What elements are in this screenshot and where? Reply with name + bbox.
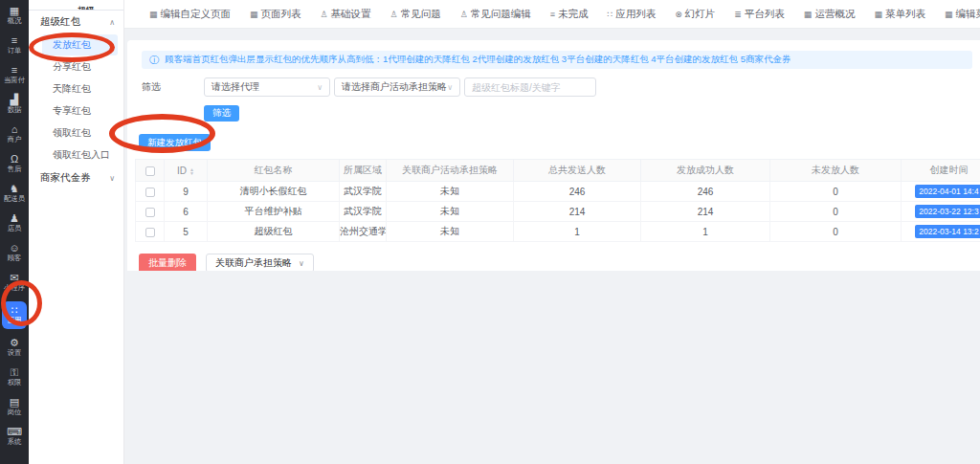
batch-delete-button[interactable]: 批量删除 [139,254,196,271]
col-header-unsent: 未发放人数 [770,160,902,182]
headset-icon: Ω [11,153,18,165]
agent-select[interactable]: 请选择代理 ∨ [204,77,330,97]
chevron-down-icon: ∨ [109,174,115,183]
table-row: 6 平台维护补贴 武汉学院 未知 214 214 0 2022-03-22 12… [136,202,980,222]
order-list-icon: ≡ [11,34,17,46]
row-checkbox[interactable] [145,228,155,237]
table-row: 9 清明小长假红包 武汉学院 未知 246 246 0 2022-04-01 1… [136,182,980,202]
tab-faq-edit[interactable]: ♙常见问题编辑 [451,0,541,29]
chevron-up-icon: ∧ [109,18,115,27]
sidebar-item-courier[interactable]: ♞配送员 [0,183,29,204]
tab-faq[interactable]: ♙常见问题 [381,0,451,29]
row-checkbox[interactable] [145,208,155,217]
table-row: 5 超级红包 沧州交通学院... 未知 1 1 0 2022-03-14 13:… [136,222,980,242]
person-icon: ♙ [390,10,398,19]
content-card: ⓘ 顾客端首页红包弹出层显示红包的优先顺序从高到低：1代理创建的天降红包 2代理… [127,40,980,271]
tab-basic-settings[interactable]: ♙基础设置 [311,0,381,29]
sidebar-item-position[interactable]: ▤岗位 [0,396,29,417]
filter-submit-button[interactable]: 筛选 [204,105,239,122]
sidebar-item-clerk[interactable]: ♟店员 [0,212,29,233]
col-header-id: ID▲▼ [165,160,208,182]
cell-name: 平台维护补贴 [208,202,340,222]
menu-item-zhuanxiang-hongbao[interactable]: 专享红包 [42,100,118,122]
cell-strategy: 未知 [387,222,514,242]
app-root: ▦概况 ≡订单 ≡当面付 ▟数据 ⌂商户 Ω售后 ♞配送员 ♟店员 ☺顾客 ✉小… [0,0,980,464]
tab-page-list[interactable]: ▦页面列表 [240,0,311,29]
tab-unfinished[interactable]: ≡未完成 [541,0,598,29]
sidebar-item-permission[interactable]: ⚿权限 [0,366,29,387]
chevron-down-icon: ∨ [317,83,323,92]
menu-group-super-red-packet[interactable]: 超级红包 ∧ [29,11,123,33]
menu-group-merchant-coupon[interactable]: 商家代金券 ∨ [29,166,123,189]
sidebar-item-system[interactable]: ⌨系统 [0,426,29,447]
settings-gear-icon: ⚙ [10,337,19,348]
menu-item-fafang-hongbao[interactable]: 发放红包 [42,34,118,55]
dashboard-icon: ▦ [10,5,19,16]
cell-success: 214 [641,202,770,222]
cell-created: 2022-04-01 14:4 [902,182,980,202]
keyword-input[interactable] [464,77,596,97]
row-checkbox[interactable] [145,188,155,197]
sidebar-item-orders[interactable]: ≡订单 [0,34,29,55]
col-header-region: 所属区域 [340,160,387,182]
customer-person-icon: ☺ [9,242,19,254]
permission-lock-icon: ⚿ [11,366,18,378]
menu-item-lingqu-hongbao-entry[interactable]: 领取红包入口 [42,144,118,166]
chevron-down-icon: ∨ [299,259,304,268]
tab-bar: ▦编辑自定义页面 ▦页面列表 ♙基础设置 ♙常见问题 ♙常见问题编辑 ≡未完成 … [124,0,980,29]
cell-total: 246 [514,182,641,202]
clerk-person-icon: ♟ [10,212,19,224]
select-all-checkbox[interactable] [145,166,155,176]
tab-edit-menu[interactable]: ▦编辑菜单 [935,0,980,29]
tab-platform-list[interactable]: ≣平台列表 [724,0,794,29]
strategy-select[interactable]: 请选择商户活动承担策略 ∨ [334,77,460,97]
cell-id: 9 [165,182,208,202]
courier-scooter-icon: ♞ [10,183,19,194]
sidebar-scrolled-header: 超级... [29,0,123,11]
created-time-badge: 2022-03-22 12:3 [915,205,980,218]
person-icon: ♙ [321,10,328,19]
created-time-badge: 2022-04-01 14:4 [915,185,980,198]
sidebar-item-face-pay[interactable]: ≡当面付 [0,64,29,85]
table-footer-actions: 批量删除 关联商户承担策略 ∨ [139,254,980,271]
menu-item-fenxiang-hongbao[interactable]: 分享红包 [42,56,118,77]
cell-total: 1 [514,222,641,242]
cell-region: 武汉学院 [340,182,387,202]
info-icon: ⓘ [149,54,159,67]
system-monitor-icon: ⌨ [7,426,22,437]
sidebar-item-customer[interactable]: ☺顾客 [0,242,29,263]
main-area: ▦编辑自定义页面 ▦页面列表 ♙基础设置 ♙常见问题 ♙常见问题编辑 ≡未完成 … [124,0,980,464]
menu-item-lingqu-hongbao[interactable]: 领取红包 [42,122,118,144]
page-icon: ▦ [149,10,158,19]
list-icon: ≣ [734,10,742,19]
tab-app-list[interactable]: ∷应用列表 [598,0,666,29]
sidebar-item-data[interactable]: ▟数据 [0,94,29,115]
info-banner: ⓘ 顾客端首页红包弹出层显示红包的优先顺序从高到低：1代理创建的天降红包 2代理… [142,51,972,69]
create-red-packet-button[interactable]: 新建发放红包 [139,134,211,151]
cell-created: 2022-03-22 12:3 [902,202,980,222]
sidebar-item-merchant[interactable]: ⌂商户 [0,123,29,144]
page-icon: ▦ [250,10,258,19]
grid-icon: ▦ [804,10,813,19]
menu-icon: ▦ [874,10,882,19]
info-banner-text: 顾客端首页红包弹出层显示红包的优先顺序从高到低：1代理创建的天降红包 2代理创建… [165,54,791,66]
sidebar-item-mini-program[interactable]: ✉小程序 [0,272,29,293]
slides-icon: ⊗ [675,10,682,19]
data-chart-icon: ▟ [11,94,18,105]
cell-strategy: 未知 [387,202,514,222]
tab-menu-list[interactable]: ▦菜单列表 [864,0,935,29]
strategy-dropdown-button[interactable]: 关联商户承担策略 ∨ [206,254,314,271]
sidebar-item-settings[interactable]: ⚙设置 [0,337,29,358]
tab-slides[interactable]: ⊗幻灯片 [665,0,724,29]
sidebar-item-after-sale[interactable]: Ω售后 [0,153,29,174]
tab-edit-custom-page[interactable]: ▦编辑自定义页面 [140,0,240,29]
tab-operation-overview[interactable]: ▦运营概况 [794,0,865,29]
menu-item-tianjiang-hongbao[interactable]: 天降红包 [42,78,118,99]
filter-row: 筛选 请选择代理 ∨ 请选择商户活动承担策略 ∨ [142,77,980,97]
cell-success: 1 [641,222,770,242]
grid-icon: ∷ [608,10,613,19]
sidebar-item-apps[interactable]: ∷应用 [2,301,27,329]
cell-total: 214 [514,202,641,222]
sidebar-item-overview[interactable]: ▦概况 [0,5,29,26]
sort-icon[interactable]: ▲▼ [189,167,194,175]
